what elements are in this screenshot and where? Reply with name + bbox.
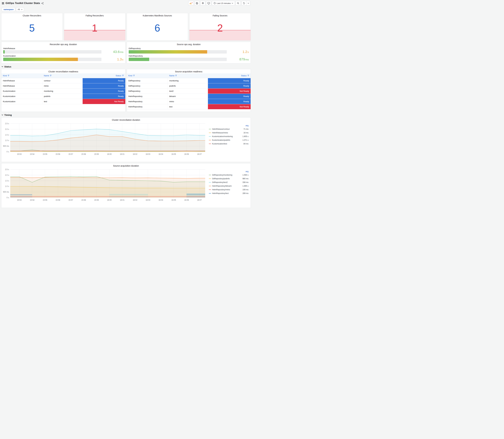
svg-text:16:03: 16:03 (146, 199, 150, 201)
series-avg-value: 71 ms (241, 128, 249, 130)
cell-status: Ready (208, 78, 251, 83)
gauge-value: 1.3s (104, 58, 123, 61)
table-head-1: KindNameStatus (127, 73, 251, 78)
legend-item[interactable]: Kustomization/podinfo1.071 s (209, 138, 249, 142)
filter-funnel-icon[interactable] (8, 75, 9, 76)
svg-text:15:53: 15:53 (17, 153, 22, 155)
time-range-picker[interactable]: Last 15 minutes (212, 1, 235, 5)
status-badge: Ready (208, 78, 251, 83)
series-avg-value: 1.594 s (241, 174, 249, 176)
series-avg-value: 980 ms (241, 178, 249, 180)
series-avg-value: 16 ms (241, 132, 249, 134)
series-color-dash (209, 129, 211, 129)
cell-status: Not Ready (208, 88, 251, 94)
status-badge: Ready (208, 94, 251, 99)
status-badge: Not Ready (83, 99, 125, 104)
gauge-track (129, 50, 227, 54)
svg-text:16:06: 16:06 (184, 199, 189, 201)
legend-item[interactable]: GitRepository/podinfo980 ms (209, 177, 249, 181)
filter-funnel-icon[interactable] (133, 75, 135, 76)
legend-item[interactable]: HelmRelease/contour71 ms (209, 127, 249, 131)
svg-text:1.5 s: 1.5 s (5, 134, 9, 136)
series-name[interactable]: GitRepository/monitoring (212, 174, 239, 176)
svg-text:15:56: 15:56 (56, 199, 60, 201)
chart-legend-1: avgGitRepository/monitoring1.594 sGitRep… (208, 168, 250, 207)
series-avg-value: 1.605 s (241, 135, 249, 137)
section-toggle-status[interactable]: Status (1, 63, 251, 69)
panel-reconciler-ops-avg-duration: Reconciler ops avg. duration HelmRelease… (1, 42, 125, 63)
legend-avg-header: avg (209, 170, 249, 173)
refresh-button[interactable] (241, 1, 246, 5)
filter-funnel-icon[interactable] (247, 75, 249, 76)
section-toggle-timing[interactable]: Timing (1, 112, 251, 117)
chevron-down-icon (21, 9, 23, 10)
column-header-name[interactable]: Name (168, 73, 208, 78)
legend-item[interactable]: HelmRepository/bitnami1.695 s (209, 184, 249, 188)
tv-mode-button[interactable] (206, 1, 211, 5)
gauge-label: Kustomization (3, 55, 123, 57)
series-name[interactable]: Kustomization/monitoring (212, 135, 239, 137)
dashboard-body: Cluster Reconcilers 5 Failing Reconciler… (0, 13, 252, 209)
series-avg-value: 84 ms (241, 143, 249, 145)
legend-item[interactable]: GitRepository/monitoring1.594 s (209, 173, 249, 177)
legend-item[interactable]: HelmRepository/minio108 ms (209, 188, 249, 192)
svg-text:16:01: 16:01 (120, 153, 124, 155)
section-title-timing: Timing (4, 114, 12, 116)
variable-namespace-dropdown[interactable]: All (16, 7, 24, 12)
series-name[interactable]: HelmRepository/test (212, 192, 239, 195)
svg-text:16:01: 16:01 (120, 199, 124, 201)
clock-icon (214, 2, 216, 4)
series-name[interactable]: GitRepository/podinfo (212, 178, 239, 180)
filter-funnel-icon[interactable] (50, 75, 51, 76)
legend-item[interactable]: Kustomization/test84 ms (209, 142, 249, 146)
cell-kind: Kustomization (1, 94, 42, 99)
timeseries-plot-source-acquisition[interactable]: 0 s500 ms1.0 s1.5 s2.0 s2.5 s15:5315:541… (2, 168, 208, 204)
legend-item[interactable]: GitRepository/test2338 ms (209, 181, 249, 184)
svg-text:0 s: 0 s (7, 151, 9, 153)
cell-kind: HelmRelease (1, 83, 42, 88)
zoom-out-button[interactable] (236, 1, 241, 5)
status-badge: Ready (83, 78, 125, 83)
series-name[interactable]: GitRepository/test2 (212, 181, 239, 183)
panel-failing-reconcilers: Failing Reconcilers 1 (64, 13, 125, 40)
table-body-0: HelmReleasecontourReadyHelmReleaseminioR… (1, 78, 125, 104)
column-header-kind[interactable]: Kind (127, 73, 168, 78)
svg-text:16:04: 16:04 (159, 153, 163, 155)
series-name[interactable]: HelmRelease/contour (212, 128, 239, 130)
legend-item[interactable]: HelmRelease/minio16 ms (209, 131, 249, 134)
cell-name: podinfo (42, 94, 83, 99)
cell-kind: GitRepository (127, 83, 168, 88)
gauge-kustomization: Kustomization 1.3s (3, 55, 123, 61)
dashboard-grid-icon[interactable] (2, 2, 4, 4)
refresh-interval-dropdown[interactable] (246, 1, 250, 5)
column-header-name[interactable]: Name (42, 73, 83, 78)
legend-item[interactable]: Kustomization/monitoring1.605 s (209, 134, 249, 138)
add-panel-button[interactable] (188, 1, 194, 5)
filter-funnel-icon[interactable] (122, 75, 124, 76)
table-row: HelmRepositoryminioReady (127, 99, 251, 104)
column-header-status[interactable]: Status (83, 73, 125, 78)
save-icon (196, 2, 198, 4)
svg-text:15:54: 15:54 (30, 199, 35, 201)
series-color-dash (209, 193, 211, 194)
svg-text:15:56: 15:56 (56, 153, 60, 155)
column-header-kind[interactable]: Kind (1, 73, 42, 78)
refresh-icon (243, 2, 245, 4)
series-name[interactable]: HelmRelease/minio (212, 132, 239, 134)
series-name[interactable]: HelmRepository/bitnami (212, 185, 239, 187)
column-header-status[interactable]: Status (208, 73, 251, 78)
dashboard-settings-button[interactable]: ⚙ (200, 1, 205, 5)
series-color-dash (209, 133, 211, 133)
series-name[interactable]: HelmRepository/minio (212, 189, 239, 191)
legend-item[interactable]: HelmRepository/test289 ms (209, 192, 249, 195)
share-icon[interactable] (41, 2, 44, 4)
filter-funnel-icon[interactable] (175, 75, 177, 76)
timeseries-plot-cluster-reconciliation[interactable]: 0 s500 ms1.0 s1.5 s2.0 s2.5 s15:5315:541… (2, 122, 208, 159)
series-name[interactable]: Kustomization/podinfo (212, 139, 239, 141)
panel-title: Kubernetes Manifests Sources (127, 13, 188, 17)
panel-source-ops-avg-duration: Source ops avg. duration GitRepository 1… (127, 42, 251, 63)
save-dashboard-button[interactable] (195, 1, 199, 5)
series-name[interactable]: Kustomization/test (212, 143, 239, 145)
cell-kind: Kustomization (1, 88, 42, 94)
table-row: KustomizationmonitoringReady (1, 88, 125, 94)
